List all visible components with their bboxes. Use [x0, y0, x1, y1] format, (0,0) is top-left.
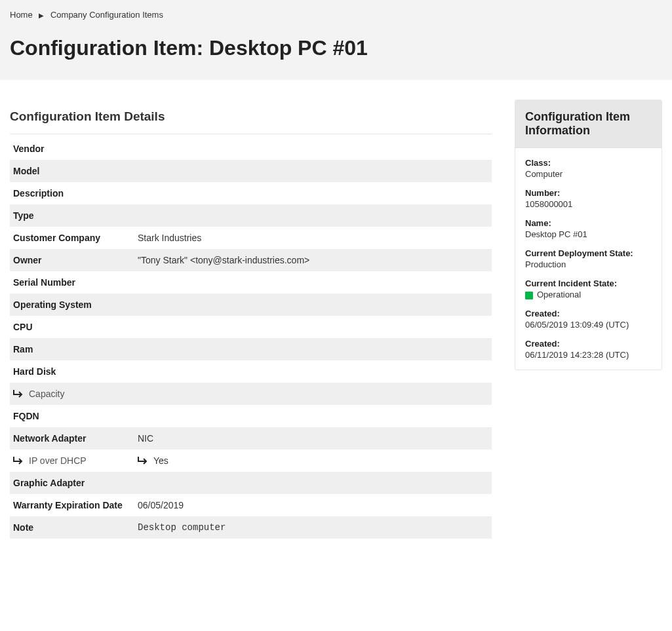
- field-value: "Tony Stark" <tony@stark-industries.com>: [138, 255, 488, 265]
- info-item-created: Created: 06/05/2019 13:09:49 (UTC): [525, 309, 652, 330]
- info-value: Operational: [525, 290, 652, 299]
- info-item-updated: Created: 06/11/2019 14:23:28 (UTC): [525, 339, 652, 360]
- field-row-ram: Ram: [10, 338, 492, 360]
- field-value: [138, 143, 488, 154]
- sub-arrow-icon: [138, 455, 149, 465]
- info-value: Production: [525, 259, 652, 269]
- field-label: Model: [13, 166, 138, 176]
- field-row-cpu: CPU: [10, 316, 492, 338]
- field-value: NIC: [138, 433, 488, 444]
- info-incident-text: Operational: [537, 290, 581, 299]
- info-label: Number:: [525, 188, 652, 198]
- field-label: Hard Disk: [13, 366, 138, 377]
- field-value: [138, 344, 488, 354]
- field-value: [138, 166, 488, 176]
- field-label: Type: [13, 210, 138, 221]
- field-value: Desktop computer: [138, 522, 488, 533]
- field-row-capacity: Capacity: [10, 383, 492, 405]
- info-item-number: Number: 1058000001: [525, 188, 652, 209]
- field-value: [138, 210, 488, 221]
- info-item-deployment: Current Deployment State: Production: [525, 248, 652, 269]
- field-label: Graphic Adapter: [13, 478, 138, 488]
- field-label: Owner: [13, 255, 138, 265]
- field-value-text: Yes: [153, 455, 168, 466]
- field-value: Stark Industries: [138, 233, 488, 243]
- page-header: Home ▶ Company Configuration Items Confi…: [0, 0, 672, 80]
- field-label: Ram: [13, 344, 138, 354]
- details-heading: Configuration Item Details: [10, 100, 492, 134]
- breadcrumb-home-link[interactable]: Home: [10, 10, 33, 20]
- field-row-vendor: Vendor: [10, 138, 492, 160]
- field-value: [138, 366, 488, 377]
- field-label: Description: [13, 188, 138, 199]
- field-value: [138, 478, 488, 488]
- page-title: Configuration Item: Desktop PC #01: [10, 36, 662, 60]
- field-row-gpu: Graphic Adapter: [10, 472, 492, 494]
- info-item-name: Name: Desktop PC #01: [525, 218, 652, 239]
- field-row-owner: Owner "Tony Stark" <tony@stark-industrie…: [10, 249, 492, 271]
- info-label: Current Incident State:: [525, 278, 652, 288]
- info-value: 1058000001: [525, 199, 652, 209]
- info-value: 06/11/2019 14:23:28 (UTC): [525, 350, 652, 360]
- field-label: FQDN: [13, 411, 138, 421]
- field-value: [138, 322, 488, 332]
- field-value: [138, 411, 488, 421]
- info-label: Created:: [525, 309, 652, 318]
- field-label-text: IP over DHCP: [29, 455, 87, 466]
- chevron-right-icon: ▶: [39, 12, 44, 19]
- breadcrumb: Home ▶ Company Configuration Items: [10, 10, 662, 20]
- field-row-warranty: Warranty Expiration Date 06/05/2019: [10, 494, 492, 516]
- field-value: [138, 277, 488, 288]
- info-item-incident: Current Incident State: Operational: [525, 278, 652, 299]
- sub-arrow-icon: [13, 389, 25, 398]
- status-indicator-icon: [525, 292, 533, 299]
- info-sidebar: Configuration Item Information Class: Co…: [515, 100, 662, 370]
- field-label: Capacity: [13, 389, 138, 399]
- field-row-description: Description: [10, 182, 492, 204]
- field-label: Customer Company: [13, 233, 138, 243]
- info-value: 06/05/2019 13:09:49 (UTC): [525, 320, 652, 330]
- field-row-note: Note Desktop computer: [10, 516, 492, 539]
- sub-arrow-icon: [13, 455, 25, 465]
- info-value: Desktop PC #01: [525, 229, 652, 239]
- field-label: Warranty Expiration Date: [13, 500, 138, 510]
- field-value: 06/05/2019: [138, 500, 488, 510]
- field-row-model: Model: [10, 160, 492, 182]
- field-row-customer-company: Customer Company Stark Industries: [10, 227, 492, 249]
- field-row-hdd: Hard Disk: [10, 360, 492, 383]
- info-body: Class: Computer Number: 1058000001 Name:…: [515, 148, 662, 370]
- info-label: Current Deployment State:: [525, 248, 652, 258]
- info-label: Name:: [525, 218, 652, 228]
- info-box: Configuration Item Information Class: Co…: [515, 100, 662, 370]
- field-label: Network Adapter: [13, 433, 138, 444]
- field-row-type: Type: [10, 204, 492, 227]
- field-label: CPU: [13, 322, 138, 332]
- field-value: Yes: [138, 455, 488, 466]
- field-label: Operating System: [13, 299, 138, 310]
- field-row-dhcp: IP over DHCP Yes: [10, 449, 492, 472]
- field-label: Serial Number: [13, 277, 138, 288]
- field-row-os: Operating System: [10, 294, 492, 316]
- info-item-class: Class: Computer: [525, 158, 652, 179]
- field-row-nic: Network Adapter NIC: [10, 427, 492, 449]
- field-row-serial: Serial Number: [10, 271, 492, 294]
- field-value: [138, 188, 488, 199]
- field-value: [138, 299, 488, 310]
- info-value: Computer: [525, 169, 652, 179]
- field-label-text: Capacity: [29, 389, 64, 399]
- breadcrumb-current: Company Configuration Items: [50, 10, 163, 20]
- details-panel: Configuration Item Details Vendor Model …: [0, 100, 502, 539]
- field-value: [138, 389, 488, 399]
- field-label: Vendor: [13, 143, 138, 154]
- info-label: Class:: [525, 158, 652, 168]
- info-label: Created:: [525, 339, 652, 349]
- info-heading: Configuration Item Information: [515, 100, 662, 148]
- field-row-fqdn: FQDN: [10, 405, 492, 427]
- field-label: Note: [13, 522, 138, 533]
- main-content: Configuration Item Details Vendor Model …: [0, 80, 672, 558]
- field-label: IP over DHCP: [13, 455, 138, 466]
